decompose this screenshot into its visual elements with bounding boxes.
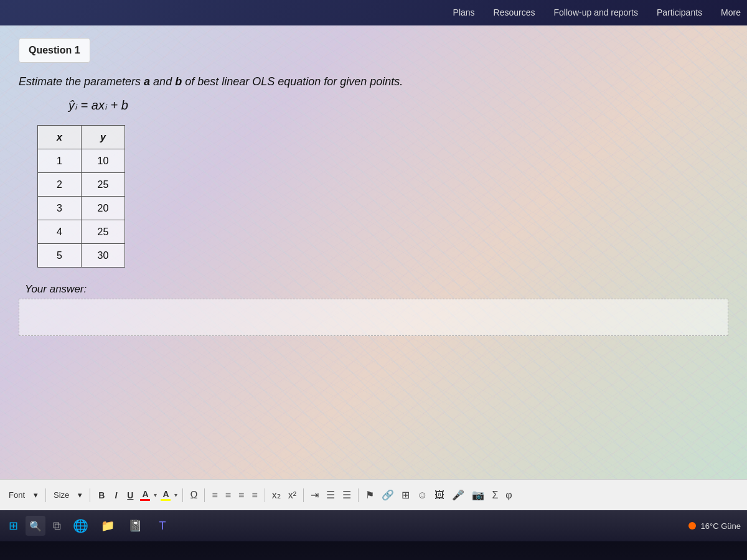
cell-y2: 25 (82, 173, 125, 197)
table-icon[interactable]: ⊞ (400, 488, 411, 502)
numbered-list-icon[interactable]: ☰ (341, 488, 353, 502)
question-title: Question 1 (19, 38, 90, 63)
math-icon[interactable]: φ (504, 488, 514, 502)
taskbar-chrome[interactable]: 🌐 (68, 514, 92, 538)
param-a: a (144, 75, 150, 88)
nav-resources[interactable]: Resources (494, 7, 535, 17)
col-header-x: x (38, 126, 82, 149)
size-dropdown-arrow[interactable]: ▾ (75, 489, 85, 501)
toolbar-sep-4 (204, 488, 205, 502)
indent-icon[interactable]: ⇥ (309, 488, 321, 502)
size-selector[interactable]: Size (51, 489, 72, 501)
flag-icon[interactable]: ⚑ (364, 488, 376, 502)
cell-y1: 10 (82, 149, 125, 173)
search-icon: 🔍 (29, 520, 42, 532)
files-icon: 📁 (101, 519, 115, 533)
taskview-icon: ⧉ (53, 520, 61, 533)
top-navigation: Plans Resources Follow-up and reports Pa… (0, 0, 747, 26)
color-bar (140, 499, 150, 501)
cell-x5: 5 (38, 244, 82, 268)
windows-logo-icon: ⊞ (9, 519, 18, 533)
cell-x1: 1 (38, 149, 82, 173)
mic-icon[interactable]: 🎤 (450, 488, 466, 502)
param-b: b (175, 75, 182, 88)
underline-button[interactable]: U (124, 488, 136, 502)
notes-icon: 📓 (128, 519, 142, 533)
chrome-icon: 🌐 (73, 518, 88, 533)
cell-y5: 30 (82, 244, 125, 268)
formula: ŷᵢ = axᵢ + b (68, 98, 728, 113)
table-row: 1 10 (38, 149, 125, 173)
toolbar-sep-2 (90, 488, 90, 502)
question-description: Estimate the parameters a and b of best … (19, 75, 728, 88)
taskbar-right-area: 16°C Güne (688, 521, 741, 531)
cell-x3: 3 (38, 197, 82, 220)
camera-icon[interactable]: 📷 (470, 488, 486, 502)
taskbar-files[interactable]: 📁 (96, 514, 120, 538)
laptop-bezel (0, 541, 747, 560)
nav-followup[interactable]: Follow-up and reports (554, 7, 638, 17)
font-dropdown-arrow[interactable]: ▾ (31, 489, 40, 501)
superscript-icon[interactable]: x² (286, 488, 298, 502)
search-button[interactable]: 🔍 (26, 516, 45, 536)
taskbar: ⊞ 🔍 ⧉ 🌐 📁 📓 T 16°C Güne (0, 510, 747, 541)
table-row: 3 20 (38, 197, 125, 220)
toolbar-sep-5 (265, 488, 265, 502)
italic-button[interactable]: I (111, 488, 120, 502)
link-icon[interactable]: 🔗 (380, 488, 396, 502)
sigma-icon[interactable]: Σ (490, 488, 500, 502)
teams-icon: T (159, 520, 166, 533)
highlight-bar (161, 499, 171, 501)
cell-y3: 20 (82, 197, 125, 220)
nav-plans[interactable]: Plans (453, 7, 475, 17)
highlight-dropdown-arrow[interactable]: ▾ (174, 492, 177, 498)
windows-start-button[interactable]: ⊞ (5, 514, 22, 538)
font-color-button[interactable]: A (140, 489, 150, 501)
toolbar-sep-7 (358, 488, 359, 502)
list-icon[interactable]: ☰ (324, 488, 337, 502)
data-table: x y 1 10 2 25 3 20 4 25 5 30 (37, 125, 125, 268)
nav-participants[interactable]: Participants (657, 7, 702, 17)
toolbar-sep-6 (303, 488, 304, 502)
font-selector[interactable]: Font (6, 489, 27, 501)
answer-input-area[interactable] (19, 299, 728, 336)
formatting-toolbar: Font ▾ Size ▾ B I U A ▾ A ▾ Ω ≡ ≡ ≡ ≡ x₂… (0, 479, 747, 510)
color-dropdown-arrow[interactable]: ▾ (154, 492, 157, 498)
cell-x2: 2 (38, 173, 82, 197)
emoticon-icon[interactable]: ☺ (415, 488, 429, 502)
cell-x4: 4 (38, 220, 82, 244)
taskview-button[interactable]: ⧉ (49, 514, 65, 538)
answer-label: Your answer: (25, 283, 728, 296)
nav-more[interactable]: More (721, 7, 741, 17)
col-header-y: y (82, 126, 125, 149)
main-content: Question 1 Estimate the parameters a and… (0, 26, 747, 479)
subscript-icon[interactable]: x₂ (270, 488, 283, 502)
cell-y4: 25 (82, 220, 125, 244)
align-center-icon[interactable]: ≡ (223, 488, 233, 502)
table-row: 5 30 (38, 244, 125, 268)
table-row: 2 25 (38, 173, 125, 197)
align-left-icon[interactable]: ≡ (210, 488, 219, 502)
toolbar-sep-1 (45, 488, 46, 502)
table-row: 4 25 (38, 220, 125, 244)
taskbar-notes[interactable]: 📓 (123, 514, 147, 538)
image-icon[interactable]: 🖼 (433, 488, 446, 502)
weather-display: 16°C Güne (701, 521, 741, 531)
weather-dot (688, 522, 696, 530)
toolbar-sep-3 (182, 488, 183, 502)
justify-icon[interactable]: ≡ (250, 488, 259, 502)
omega-button[interactable]: Ω (188, 488, 199, 502)
taskbar-teams[interactable]: T (151, 514, 174, 538)
bold-button[interactable]: B (95, 488, 108, 502)
align-right-icon[interactable]: ≡ (237, 488, 246, 502)
highlight-color-button[interactable]: A (161, 489, 171, 501)
